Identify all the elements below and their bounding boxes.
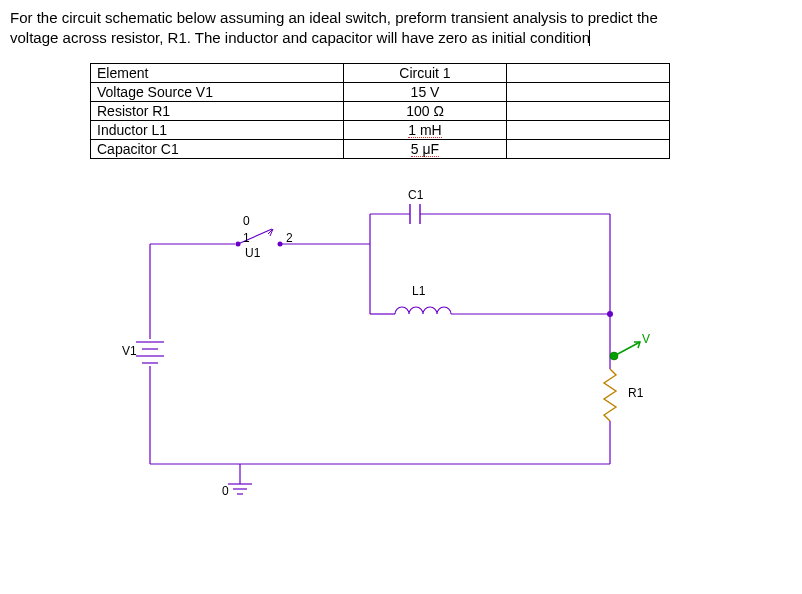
label-c1: C1 bbox=[408, 188, 423, 202]
label-u1: U1 bbox=[245, 246, 260, 260]
label-l1: L1 bbox=[412, 284, 425, 298]
label-v1: V1 bbox=[122, 344, 137, 358]
table-row: Element Circuit 1 bbox=[91, 63, 670, 82]
cell-value: 100 Ω bbox=[344, 101, 507, 120]
label-r1: R1 bbox=[628, 386, 643, 400]
label-sw0: 0 bbox=[243, 214, 250, 228]
problem-statement: For the circuit schematic below assuming… bbox=[10, 8, 792, 49]
voltage-source-icon bbox=[136, 244, 164, 464]
table-header-blank bbox=[507, 63, 670, 82]
cell-value: 5 μF bbox=[344, 139, 507, 158]
table-row: Capacitor C1 5 μF bbox=[91, 139, 670, 158]
resistor-icon bbox=[604, 369, 616, 421]
table-row: Resistor R1 100 Ω bbox=[91, 101, 670, 120]
cell-element: Capacitor C1 bbox=[91, 139, 344, 158]
inductor-icon bbox=[395, 307, 451, 314]
label-probe-v: V bbox=[642, 332, 650, 346]
cell-value: 1 mH bbox=[344, 120, 507, 139]
table-header-element: Element bbox=[91, 63, 344, 82]
label-sw1: 1 bbox=[243, 231, 250, 245]
table-row: Inductor L1 1 mH bbox=[91, 120, 670, 139]
table-header-circuit1: Circuit 1 bbox=[344, 63, 507, 82]
label-sw2: 2 bbox=[286, 231, 293, 245]
cell-value: 15 V bbox=[344, 82, 507, 101]
ground-icon bbox=[228, 464, 252, 494]
text-cursor bbox=[589, 30, 590, 46]
table-row: Voltage Source V1 15 V bbox=[91, 82, 670, 101]
label-gnd0: 0 bbox=[222, 484, 229, 498]
cell-element: Resistor R1 bbox=[91, 101, 344, 120]
schematic-svg bbox=[110, 184, 710, 524]
voltage-probe-icon bbox=[610, 342, 640, 360]
circuit-schematic: V1 0 1 2 U1 C1 L1 V R1 0 bbox=[110, 184, 710, 524]
cell-element: Inductor L1 bbox=[91, 120, 344, 139]
problem-line2: voltage across resistor, R1. The inducto… bbox=[10, 29, 590, 46]
parameter-table: Element Circuit 1 Voltage Source V1 15 V… bbox=[90, 63, 670, 159]
cell-element: Voltage Source V1 bbox=[91, 82, 344, 101]
problem-line1: For the circuit schematic below assuming… bbox=[10, 9, 658, 26]
capacitor-icon bbox=[410, 204, 420, 224]
